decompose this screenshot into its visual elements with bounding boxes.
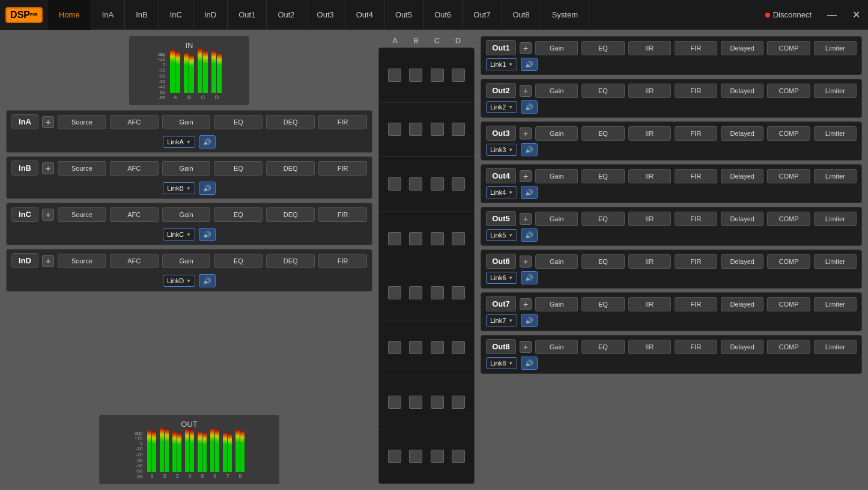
out-btn-out2-delayed[interactable]: Delayed bbox=[721, 84, 763, 98]
route-node-r5-c3[interactable] bbox=[431, 286, 444, 299]
out-btn-out7-eq[interactable]: EQ bbox=[581, 297, 624, 311]
channel-plus-ind[interactable]: + bbox=[42, 255, 54, 267]
channel-plus-inc[interactable]: + bbox=[42, 209, 54, 221]
nav-item-out7[interactable]: Out7 bbox=[463, 0, 502, 30]
channel-btn-inb-afc[interactable]: AFC bbox=[110, 161, 159, 176]
route-node-r4-c1[interactable] bbox=[388, 232, 401, 245]
channel-btn-inb-source[interactable]: Source bbox=[58, 161, 106, 176]
out-btn-out4-delayed[interactable]: Delayed bbox=[721, 169, 763, 183]
link-select-ind[interactable]: LinkD▼ bbox=[163, 275, 195, 287]
out-btn-out5-gain[interactable]: Gain bbox=[535, 212, 578, 226]
out-btn-out2-eq[interactable]: EQ bbox=[581, 84, 624, 98]
out-link-select-out2[interactable]: Link2▼ bbox=[486, 101, 517, 113]
route-node-r7-c1[interactable] bbox=[388, 396, 401, 409]
route-node-r8-c2[interactable] bbox=[409, 450, 422, 463]
out-link-select-out1[interactable]: Link1▼ bbox=[486, 58, 517, 70]
channel-btn-inc-source[interactable]: Source bbox=[58, 207, 106, 222]
route-node-r6-c3[interactable] bbox=[431, 341, 444, 354]
route-node-r1-c3[interactable] bbox=[431, 69, 444, 82]
out-link-select-out8[interactable]: Link8▼ bbox=[486, 357, 517, 369]
route-node-r5-c4[interactable] bbox=[452, 286, 465, 299]
out-btn-out7-fir[interactable]: FIR bbox=[675, 297, 717, 311]
route-node-r2-c1[interactable] bbox=[388, 123, 401, 136]
route-node-r1-c4[interactable] bbox=[452, 69, 465, 82]
nav-item-out1[interactable]: Out1 bbox=[228, 0, 267, 30]
route-node-r2-c4[interactable] bbox=[452, 123, 465, 136]
out-btn-out7-delayed[interactable]: Delayed bbox=[721, 297, 763, 311]
channel-btn-ina-afc[interactable]: AFC bbox=[110, 115, 159, 129]
close-button[interactable]: ✕ bbox=[844, 0, 868, 30]
out-btn-out5-limiter[interactable]: Limiter bbox=[814, 212, 857, 226]
channel-btn-ind-deq[interactable]: DEQ bbox=[266, 254, 315, 268]
out-btn-out4-eq[interactable]: EQ bbox=[581, 169, 624, 183]
out-btn-out1-limiter[interactable]: Limiter bbox=[814, 41, 857, 55]
out-btn-out3-comp[interactable]: COMP bbox=[767, 126, 810, 141]
route-node-r2-c2[interactable] bbox=[409, 123, 422, 136]
mute-btn-inb[interactable]: 🔊 bbox=[199, 182, 216, 195]
out-plus-out5[interactable]: + bbox=[520, 213, 532, 225]
out-btn-out5-eq[interactable]: EQ bbox=[581, 212, 624, 226]
out-btn-out2-limiter[interactable]: Limiter bbox=[814, 84, 857, 98]
channel-btn-ina-source[interactable]: Source bbox=[58, 115, 106, 129]
mute-btn-inc[interactable]: 🔊 bbox=[199, 228, 216, 241]
channel-btn-ind-eq[interactable]: EQ bbox=[214, 254, 263, 268]
nav-item-system[interactable]: System bbox=[541, 0, 589, 30]
route-node-r6-c2[interactable] bbox=[409, 341, 422, 354]
route-node-r6-c1[interactable] bbox=[388, 341, 401, 354]
disconnect-button[interactable]: Disconnect bbox=[757, 10, 820, 19]
out-mute-btn-out1[interactable]: 🔊 bbox=[521, 58, 538, 71]
out-mute-btn-out4[interactable]: 🔊 bbox=[521, 186, 538, 199]
link-select-ina[interactable]: LinkA▼ bbox=[163, 136, 195, 148]
out-btn-out8-gain[interactable]: Gain bbox=[535, 340, 578, 354]
out-plus-out3[interactable]: + bbox=[520, 127, 532, 139]
channel-btn-ina-fir[interactable]: FIR bbox=[318, 115, 367, 129]
out-btn-out1-comp[interactable]: COMP bbox=[767, 41, 810, 55]
out-btn-out7-limiter[interactable]: Limiter bbox=[814, 297, 857, 311]
route-node-r7-c4[interactable] bbox=[452, 396, 465, 409]
route-node-r4-c4[interactable] bbox=[452, 232, 465, 245]
out-btn-out2-comp[interactable]: COMP bbox=[767, 84, 810, 98]
nav-item-out5[interactable]: Out5 bbox=[384, 0, 423, 30]
out-plus-out4[interactable]: + bbox=[520, 170, 532, 182]
out-mute-btn-out5[interactable]: 🔊 bbox=[521, 228, 538, 242]
channel-btn-inb-deq[interactable]: DEQ bbox=[266, 161, 315, 176]
out-btn-out1-eq[interactable]: EQ bbox=[581, 41, 624, 55]
out-mute-btn-out7[interactable]: 🔊 bbox=[521, 314, 538, 327]
out-btn-out3-fir[interactable]: FIR bbox=[675, 126, 717, 141]
out-btn-out4-fir[interactable]: FIR bbox=[675, 169, 717, 183]
channel-btn-ina-deq[interactable]: DEQ bbox=[266, 115, 315, 129]
nav-item-home[interactable]: Home bbox=[48, 0, 91, 30]
out-btn-out5-comp[interactable]: COMP bbox=[767, 212, 810, 226]
out-link-select-out6[interactable]: Link6▼ bbox=[486, 272, 517, 284]
out-btn-out4-gain[interactable]: Gain bbox=[535, 169, 578, 183]
out-link-select-out5[interactable]: Link5▼ bbox=[486, 229, 517, 241]
out-btn-out8-eq[interactable]: EQ bbox=[581, 340, 624, 354]
mute-btn-ina[interactable]: 🔊 bbox=[199, 135, 216, 149]
out-btn-out8-iir[interactable]: IIR bbox=[628, 340, 671, 354]
channel-btn-inc-eq[interactable]: EQ bbox=[214, 207, 263, 222]
out-link-select-out7[interactable]: Link7▼ bbox=[486, 314, 517, 326]
channel-btn-inc-gain[interactable]: Gain bbox=[162, 207, 211, 222]
out-mute-btn-out3[interactable]: 🔊 bbox=[521, 143, 538, 156]
channel-btn-inb-gain[interactable]: Gain bbox=[162, 161, 211, 176]
nav-item-ina[interactable]: InA bbox=[91, 0, 126, 30]
out-btn-out6-delayed[interactable]: Delayed bbox=[721, 254, 763, 269]
channel-btn-ind-source[interactable]: Source bbox=[58, 254, 106, 268]
route-node-r3-c2[interactable] bbox=[409, 177, 422, 191]
route-node-r7-c3[interactable] bbox=[431, 396, 444, 409]
out-mute-btn-out6[interactable]: 🔊 bbox=[521, 271, 538, 284]
route-node-r4-c2[interactable] bbox=[409, 232, 422, 245]
channel-btn-inb-eq[interactable]: EQ bbox=[214, 161, 263, 176]
out-btn-out3-delayed[interactable]: Delayed bbox=[721, 126, 763, 141]
route-node-r3-c4[interactable] bbox=[452, 177, 465, 191]
out-plus-out6[interactable]: + bbox=[520, 256, 532, 268]
nav-item-out3[interactable]: Out3 bbox=[306, 0, 345, 30]
out-btn-out8-limiter[interactable]: Limiter bbox=[814, 340, 857, 354]
out-mute-btn-out8[interactable]: 🔊 bbox=[521, 357, 538, 370]
out-plus-out8[interactable]: + bbox=[520, 341, 532, 353]
route-node-r6-c4[interactable] bbox=[452, 341, 465, 354]
out-btn-out8-fir[interactable]: FIR bbox=[675, 340, 717, 354]
route-node-r5-c2[interactable] bbox=[409, 286, 422, 299]
out-plus-out1[interactable]: + bbox=[520, 42, 532, 54]
out-btn-out6-limiter[interactable]: Limiter bbox=[814, 254, 857, 269]
